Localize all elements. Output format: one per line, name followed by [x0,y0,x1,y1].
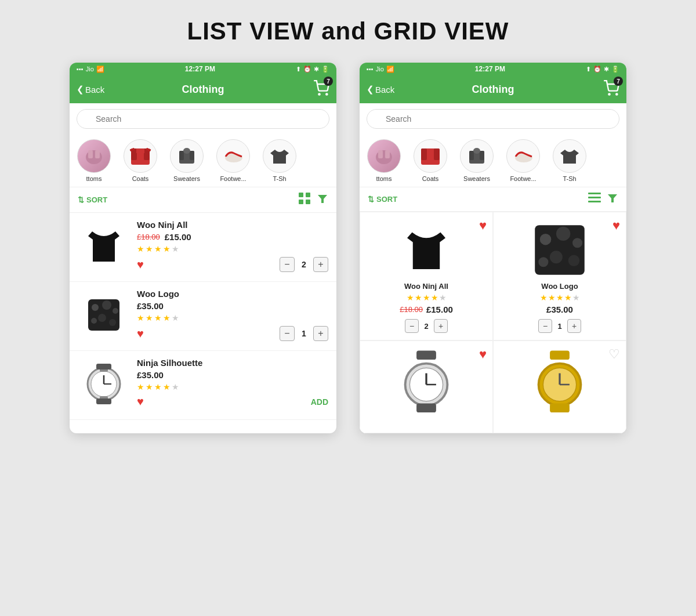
qty-increase-1[interactable]: + [313,257,328,272]
svg-rect-51 [588,201,601,202]
svg-rect-45 [469,151,474,160]
price-row-1: £18.00 £15.00 [137,232,328,242]
search-wrapper-left: 🔍 [77,109,329,129]
carrier-label-right: Jio [376,66,384,73]
grid-qty-increase-1[interactable]: + [434,319,448,333]
categories-right: ttoms Coats [360,135,626,187]
nav-title-left: Clothing [182,84,224,96]
list-item-3: Ninja Silhouette £35.00 ★ ★ ★ ★ ★ ♥ ADD [70,351,336,420]
status-right: ⬆ ⏰ ✱ 🔋 [296,66,329,73]
status-time-right: 12:27 PM [475,65,505,73]
toolbar-right: ⇅ SORT [360,187,626,212]
grid-qty-decrease-2[interactable]: − [538,319,552,333]
qty-decrease-1[interactable]: − [280,257,295,272]
category-item-footwear-right[interactable]: Footwe... [505,139,542,182]
grid-item-2: ♥ Woo Logo ★ ★ ★ ★ ★ [493,212,626,340]
category-item-tshirt-right[interactable]: T-Sh [551,139,588,182]
sort-button-left[interactable]: ⇅ SORT [78,195,107,204]
filter-button-right[interactable] [607,192,618,206]
location-icon: ⬆ [296,66,301,73]
list-view-button-right[interactable] [588,193,601,206]
svg-rect-50 [588,197,601,198]
carrier-label: Jio [86,66,94,73]
svg-point-47 [473,148,480,154]
svg-marker-20 [318,195,327,203]
wishlist-button-3[interactable]: ♥ [137,395,144,408]
category-label-tshirt-right: T-Sh [563,175,576,182]
phones-container: ▪▪▪ Jio 📶 12:27 PM ⬆ ⏰ ✱ 🔋 ❮ Back Clothi… [70,63,626,433]
grid-qty-row-2: − 1 + [538,319,581,333]
cart-button-right[interactable]: 7 [603,80,619,99]
category-label-tshirt-left: T-Sh [273,175,286,182]
svg-rect-12 [179,151,184,160]
category-item-footwear-left[interactable]: Footwe... [215,139,252,182]
nav-bar-left: ❮ Back Clothing 7 [70,75,336,103]
grid-wishlist-1[interactable]: ♥ [479,218,487,233]
category-item-bottoms-right[interactable]: ttoms [365,139,403,182]
back-button-right[interactable]: ❮ Back [367,84,394,95]
alarm-icon-right: ⏰ [593,66,601,73]
stars-1: ★ ★ ★ ★ ★ [137,244,328,253]
category-img-sweaters-left [175,144,199,168]
filter-icon-left [317,193,328,204]
battery-icon-right: 🔋 [611,66,619,73]
svg-rect-33 [96,398,111,404]
product-info-2: Woo Logo £35.00 ★ ★ ★ ★ ★ ♥ − [137,289,328,341]
back-button-left[interactable]: ❮ Back [77,84,104,95]
grid-qty-increase-2[interactable]: + [567,319,581,333]
category-item-coats-left[interactable]: Coats [122,139,159,182]
bluetooth-icon: ✱ [314,66,319,73]
search-input-left[interactable] [77,109,329,129]
chevron-left-icon: ❮ [77,84,84,95]
grid-new-price-1: £15.00 [426,305,453,314]
add-button-3[interactable]: ADD [311,397,328,407]
svg-rect-8 [136,148,144,153]
status-left: ▪▪▪ Jio 📶 [77,66,104,73]
filter-icon-right [607,192,618,204]
search-input-right[interactable] [367,109,619,129]
qty-value-1: 2 [299,260,309,269]
category-item-sweaters-right[interactable]: Sweaters [458,139,495,182]
only-price-2: £35.00 [137,301,164,311]
svg-rect-49 [588,193,601,194]
svg-rect-17 [306,193,310,197]
svg-rect-71 [550,404,570,413]
grid-wishlist-4[interactable]: ♡ [608,347,620,362]
grid-old-price-1: £18.00 [400,305,423,314]
grid-item-3: ♥ [360,340,493,433]
svg-marker-52 [608,194,617,202]
grid-view-button-left[interactable] [298,192,311,208]
category-item-tshirt-left[interactable]: T-Sh [261,139,298,182]
category-item-sweaters-left[interactable]: Sweaters [168,139,205,182]
category-label-coats-right: Coats [422,175,439,182]
list-item-2: Woo Logo £35.00 ★ ★ ★ ★ ★ ♥ − [70,282,336,351]
grid-wishlist-3[interactable]: ♥ [479,347,487,362]
filter-button-left[interactable] [317,193,328,207]
svg-point-36 [608,93,610,95]
svg-point-22 [92,304,99,311]
category-item-bottoms-left[interactable]: ttoms [75,139,113,182]
category-label-bottoms-left: ttoms [86,175,102,182]
grid-qty-decrease-1[interactable]: − [405,319,419,333]
wishlist-button-2[interactable]: ♥ [137,327,144,340]
cart-button-left[interactable]: 7 [313,80,329,99]
grid-qty-value-1: 2 [422,322,430,331]
toolbar-left: ⇅ SORT [70,187,336,213]
bluetooth-icon-right: ✱ [604,66,609,73]
svg-point-14 [183,148,190,154]
svg-rect-13 [190,151,194,160]
grid-stars-2: ★ ★ ★ ★ ★ [540,293,580,302]
heart-row-2: ♥ − 1 + [137,326,328,341]
sort-button-right[interactable]: ⇅ SORT [368,195,397,204]
qty-decrease-2[interactable]: − [280,326,295,341]
grid-wishlist-2[interactable]: ♥ [612,218,620,233]
category-circle-tshirt-right [553,139,586,173]
grid-qty-value-2: 1 [556,322,564,331]
svg-point-59 [538,257,548,267]
qty-increase-2[interactable]: + [313,326,328,341]
category-item-coats-right[interactable]: Coats [412,139,449,182]
grid-stars-1: ★ ★ ★ ★ ★ [407,293,447,302]
wishlist-button-1[interactable]: ♥ [137,258,144,271]
wifi-icon: 📶 [96,66,104,73]
grid-product-name-1: Woo Ninj All [404,282,448,291]
